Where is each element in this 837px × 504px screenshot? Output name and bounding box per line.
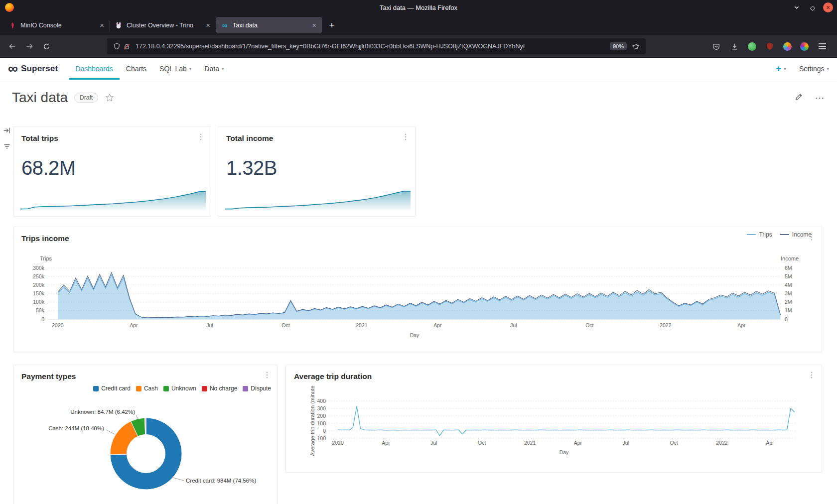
window-maximize-icon[interactable]: ◇ <box>807 2 818 13</box>
nav-data[interactable]: Data ▾ <box>198 58 230 80</box>
zoom-level-badge[interactable]: 90% <box>610 42 627 50</box>
tab-close-icon[interactable]: × <box>311 21 317 29</box>
superset-app: ∞ Superset Dashboards Charts SQL Lab ▾ D… <box>0 58 837 504</box>
chart-options-icon[interactable]: ⋮ <box>263 371 271 379</box>
tab-trino-cluster[interactable]: Cluster Overview - Trino × <box>110 17 216 33</box>
annotation-leader <box>106 430 115 434</box>
svg-text:0: 0 <box>323 428 326 434</box>
chart-title: Total income <box>226 134 273 143</box>
new-item-button[interactable]: + ▾ <box>776 63 786 74</box>
dashboard-title-row: Taxi data Draft ⋯ <box>0 80 837 106</box>
nav-sql-lab[interactable]: SQL Lab ▾ <box>153 58 198 80</box>
chart-card-payment-types: Payment types ⋮ Credit card Cash Unknown <box>13 365 278 504</box>
window-menu-chevron-icon[interactable] <box>791 2 802 13</box>
forward-button[interactable] <box>21 38 38 54</box>
tab-strip: MinIO Console × Cluster Overview - Trino… <box>0 15 837 35</box>
svg-text:Oct: Oct <box>281 322 289 328</box>
minio-favicon <box>8 21 16 29</box>
svg-text:2020: 2020 <box>332 440 344 446</box>
tab-close-icon[interactable]: × <box>99 21 105 29</box>
annotation-credit-card: Credit card: 984M (74.56%) <box>186 478 256 484</box>
back-button[interactable] <box>4 38 21 54</box>
svg-text:-100: -100 <box>315 435 326 441</box>
x-axis-title: Day <box>559 449 569 455</box>
favorite-star-icon[interactable] <box>105 93 114 102</box>
menu-icon[interactable] <box>817 41 827 51</box>
svg-text:Oct: Oct <box>670 440 678 446</box>
svg-text:2022: 2022 <box>716 440 728 446</box>
account-avatar-icon[interactable] <box>783 42 792 51</box>
insecure-lock-icon[interactable] <box>122 41 132 51</box>
svg-text:1M: 1M <box>785 307 792 313</box>
window-title: Taxi data — Mozilla Firefox <box>0 4 837 11</box>
extension-pinwheel-icon[interactable] <box>800 42 809 51</box>
url-text[interactable]: 172.18.0.4:32295/superset/dashboard/1/?n… <box>136 43 606 50</box>
tab-minio-console[interactable]: MinIO Console × <box>4 17 110 33</box>
filter-icon[interactable] <box>3 142 11 152</box>
extension-green-icon[interactable] <box>748 42 756 51</box>
legend-swatch <box>243 386 248 391</box>
tracking-shield-icon[interactable] <box>112 41 122 51</box>
status-badge: Draft <box>74 93 98 103</box>
svg-text:100: 100 <box>317 420 326 426</box>
download-icon[interactable] <box>729 41 739 51</box>
svg-text:Jul: Jul <box>510 322 517 328</box>
svg-text:Apr: Apr <box>382 440 390 446</box>
svg-text:200: 200 <box>317 413 326 419</box>
legend-item-no-charge[interactable]: No charge <box>202 385 237 392</box>
dashboard-options-icon[interactable]: ⋯ <box>815 92 825 104</box>
svg-text:Apr: Apr <box>574 440 582 446</box>
svg-text:2021: 2021 <box>524 440 536 446</box>
svg-text:50k: 50k <box>36 307 45 313</box>
chart-options-icon[interactable]: ⋮ <box>197 133 205 141</box>
svg-text:100k: 100k <box>33 299 45 305</box>
legend-item-credit-card[interactable]: Credit card <box>93 385 131 392</box>
trino-favicon <box>115 21 123 29</box>
superset-logo[interactable]: ∞ Superset <box>8 58 58 80</box>
tab-close-icon[interactable]: × <box>205 21 211 29</box>
settings-menu[interactable]: Settings ▾ <box>799 65 829 73</box>
svg-text:2022: 2022 <box>660 322 672 328</box>
tab-title: Taxi data <box>233 22 311 29</box>
nav-dashboards[interactable]: Dashboards <box>69 58 120 80</box>
pocket-icon[interactable] <box>711 41 721 51</box>
url-bar[interactable]: 172.18.0.4:32295/superset/dashboard/1/?n… <box>107 38 646 54</box>
legend-swatch <box>202 386 207 391</box>
legend-item-cash[interactable]: Cash <box>136 385 158 392</box>
window-close-icon[interactable]: × <box>823 2 833 12</box>
legend-label: Unknown <box>171 385 196 392</box>
tab-title: MinIO Console <box>20 22 99 29</box>
tab-title: Cluster Overview - Trino <box>127 22 205 29</box>
svg-text:5M: 5M <box>785 273 792 279</box>
big-number-card-total-trips: Total trips ⋮ 68.2M <box>13 126 211 217</box>
svg-text:3M: 3M <box>785 290 792 296</box>
legend-item-dispute[interactable]: Dispute <box>243 385 271 392</box>
svg-text:250k: 250k <box>33 273 45 279</box>
svg-text:Oct: Oct <box>478 440 486 446</box>
firefox-logo-icon <box>5 3 14 12</box>
legend-label: Credit card <box>101 385 131 392</box>
trend-sparkline <box>20 188 206 211</box>
annotation-cash: Cash: 244M (18.48%) <box>48 425 104 431</box>
legend-label: No charge <box>210 385 237 392</box>
firefox-window: Taxi data — Mozilla Firefox ◇ × MinIO Co… <box>0 0 837 504</box>
ublock-shield-icon[interactable] <box>765 41 775 51</box>
edit-pencil-icon[interactable] <box>795 93 803 103</box>
plus-icon: + <box>776 63 781 74</box>
svg-text:Apr: Apr <box>433 322 442 328</box>
bookmark-star-icon[interactable] <box>631 41 641 51</box>
trips-income-chart: Trips Income Day 050k100k150k200k250k300… <box>13 227 823 353</box>
superset-header: ∞ Superset Dashboards Charts SQL Lab ▾ D… <box>0 58 837 80</box>
tab-taxi-data-active[interactable]: ∞ Taxi data × <box>216 17 322 33</box>
legend-swatch <box>163 386 169 391</box>
superset-favicon: ∞ <box>221 21 229 29</box>
chart-options-icon[interactable]: ⋮ <box>402 133 410 141</box>
expand-filter-bar-icon[interactable] <box>3 126 11 136</box>
nav-label: Charts <box>126 65 146 73</box>
new-tab-button[interactable]: + <box>325 18 339 32</box>
reload-button[interactable] <box>38 38 55 54</box>
svg-text:Apr: Apr <box>130 322 138 328</box>
chevron-down-icon: ▾ <box>189 66 192 71</box>
legend-item-unknown[interactable]: Unknown <box>163 385 196 392</box>
nav-charts[interactable]: Charts <box>120 58 153 80</box>
